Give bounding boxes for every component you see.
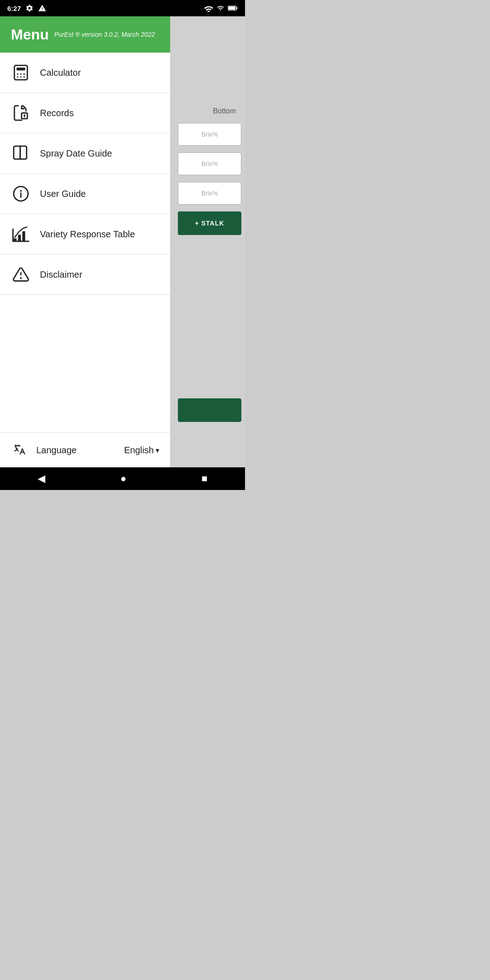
menu-item-disclaimer[interactable]: Disclaimer [0, 255, 170, 295]
records-icon [11, 103, 31, 123]
menu-item-records[interactable]: Records [0, 93, 170, 133]
calculator-icon [11, 63, 31, 83]
svg-rect-4 [17, 68, 25, 70]
svg-point-7 [24, 74, 25, 75]
navigation-drawer: Menu PurEst ® version 3.0.2, March 2022 … [0, 16, 170, 467]
book-icon [11, 143, 31, 163]
add-stalk-button[interactable]: + STALK [178, 211, 241, 235]
language-label: Language [36, 445, 117, 456]
translate-icon [11, 441, 29, 459]
time-display: 6:27 [7, 5, 21, 12]
menu-item-variety-response-table[interactable]: Variety Response Table [0, 214, 170, 255]
drawer-header: Menu PurEst ® version 3.0.2, March 2022 [0, 16, 170, 53]
svg-rect-17 [22, 231, 25, 241]
drawer-subtitle: PurEst ® version 3.0.2, March 2022 [54, 31, 155, 38]
menu-label-records: Records [40, 108, 74, 118]
gear-icon [25, 4, 34, 12]
signal-icon [217, 5, 224, 12]
menu-item-spray-date-guide[interactable]: Spray Date Guide [0, 133, 170, 174]
alert-triangle-icon [38, 4, 46, 12]
menu-list: Calculator Records [0, 53, 170, 432]
recent-apps-button[interactable]: ■ [191, 469, 218, 488]
chart-icon [11, 224, 31, 244]
status-bar-left: 6:27 [7, 4, 46, 12]
warning-icon [11, 265, 31, 284]
menu-item-calculator[interactable]: Calculator [0, 53, 170, 93]
menu-label-calculator: Calculator [40, 68, 81, 78]
menu-label-disclaimer: Disclaimer [40, 270, 82, 280]
home-button[interactable]: ● [109, 469, 137, 488]
brix-input-3: Brix% [178, 182, 241, 205]
navigation-bar: ◀ ● ■ [0, 467, 245, 490]
language-value: English [124, 445, 154, 456]
battery-icon [228, 5, 238, 11]
info-circle-icon [11, 184, 31, 204]
language-footer: Language English ▾ [0, 432, 170, 467]
svg-rect-16 [18, 235, 21, 241]
status-bar-right [204, 5, 238, 12]
svg-rect-11 [22, 113, 28, 119]
menu-label-spray-date-guide: Spray Date Guide [40, 148, 112, 159]
svg-rect-2 [236, 7, 237, 10]
svg-point-10 [24, 76, 25, 78]
back-button[interactable]: ◀ [27, 469, 56, 488]
wifi-icon [204, 5, 213, 12]
status-bar: 6:27 [0, 0, 245, 16]
menu-label-variety-response-table: Variety Response Table [40, 229, 135, 240]
svg-point-6 [20, 74, 21, 75]
brix-input-1: Brix% [178, 123, 241, 146]
menu-label-user-guide: User Guide [40, 189, 86, 199]
svg-point-5 [17, 74, 18, 75]
svg-point-9 [20, 76, 21, 78]
brix-input-2: Brix% [178, 152, 241, 175]
menu-item-user-guide[interactable]: User Guide [0, 174, 170, 214]
chevron-down-icon: ▾ [156, 446, 159, 455]
bottom-label: Bottom [213, 107, 236, 115]
drawer-title: Menu [11, 26, 49, 43]
svg-point-8 [17, 76, 18, 78]
bg-bottom-button [178, 398, 241, 422]
background-content: Bottom Brix% Brix% Brix% + STALK [170, 16, 245, 467]
language-selector[interactable]: English ▾ [124, 445, 159, 456]
svg-rect-1 [228, 6, 235, 10]
